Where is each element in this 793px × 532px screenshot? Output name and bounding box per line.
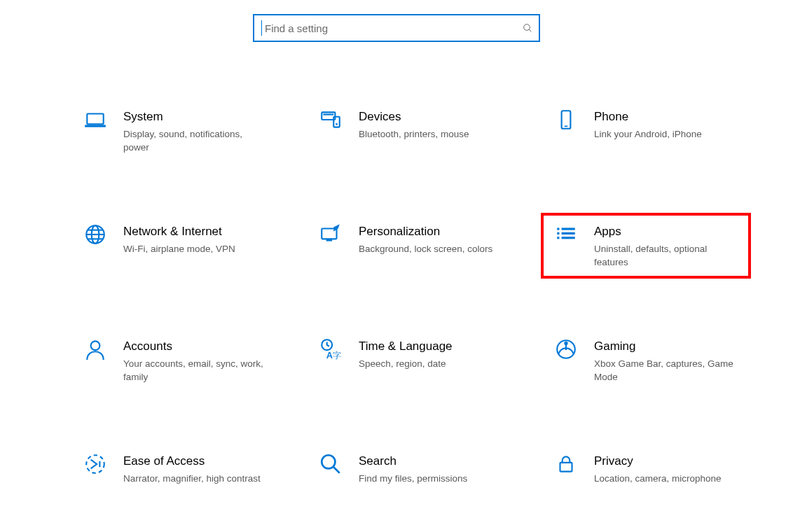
tile-description: Narrator, magnifier, high contrast: [123, 472, 261, 485]
person-icon: [78, 337, 112, 361]
settings-tile-phone[interactable]: PhoneLink your Android, iPhone: [541, 98, 751, 164]
settings-tile-privacy[interactable]: PrivacyLocation, camera, microphone: [541, 442, 751, 507]
search-icon: [522, 22, 533, 34]
settings-tile-search[interactable]: SearchFind my files, permissions: [305, 442, 516, 507]
tile-texts: Ease of AccessNarrator, magnifier, high …: [123, 452, 261, 485]
settings-tile-apps[interactable]: AppsUninstall, defaults, optional featur…: [541, 213, 751, 279]
tile-description: Location, camera, microphone: [594, 472, 722, 485]
settings-tile-time-language[interactable]: Time & LanguageSpeech, region, date: [305, 328, 516, 393]
settings-grid: SystemDisplay, sound, notifications, pow…: [70, 98, 751, 532]
tile-texts: Time & LanguageSpeech, region, date: [359, 337, 453, 370]
tile-description: Uninstall, defaults, optional features: [594, 242, 741, 269]
time-lang-icon: [314, 337, 347, 361]
tile-title: Accounts: [123, 339, 270, 354]
tile-title: Search: [359, 454, 467, 469]
tile-texts: AccountsYour accounts, email, sync, work…: [123, 337, 270, 384]
settings-tile-network[interactable]: Network & InternetWi-Fi, airplane mode, …: [70, 213, 280, 279]
tile-texts: SystemDisplay, sound, notifications, pow…: [123, 108, 270, 154]
svg-point-0: [524, 24, 530, 31]
tile-texts: PhoneLink your Android, iPhone: [594, 108, 702, 141]
personalize-icon: [314, 223, 347, 246]
tile-title: System: [123, 109, 270, 125]
tile-description: Background, lock screen, colors: [359, 242, 492, 255]
tile-texts: PersonalizationBackground, lock screen, …: [359, 223, 492, 255]
phone-icon: [549, 108, 583, 132]
tile-description: Bluetooth, printers, mouse: [359, 127, 469, 141]
tile-title: Phone: [594, 109, 702, 125]
tile-title: Personalization: [359, 224, 492, 239]
search-icon: [314, 452, 347, 476]
search-container: [0, 14, 793, 42]
tile-texts: DevicesBluetooth, printers, mouse: [359, 108, 469, 141]
tile-title: Apps: [594, 224, 741, 239]
tile-description: Your accounts, email, sync, work, family: [123, 357, 270, 384]
search-box[interactable]: [253, 14, 540, 42]
settings-tile-personalization[interactable]: PersonalizationBackground, lock screen, …: [305, 213, 516, 279]
text-caret: [261, 20, 262, 36]
apps-icon: [549, 223, 583, 246]
tile-texts: SearchFind my files, permissions: [359, 452, 467, 485]
tile-texts: PrivacyLocation, camera, microphone: [594, 452, 722, 485]
tile-title: Time & Language: [359, 339, 453, 354]
tile-title: Privacy: [594, 454, 722, 469]
tile-title: Devices: [359, 109, 469, 125]
settings-tile-ease-of-access[interactable]: Ease of AccessNarrator, magnifier, high …: [70, 442, 280, 507]
tile-description: Wi-Fi, airplane mode, VPN: [123, 242, 235, 255]
tile-texts: Network & InternetWi-Fi, airplane mode, …: [123, 223, 235, 255]
tile-title: Ease of Access: [123, 454, 261, 469]
tile-description: Display, sound, notifications, power: [123, 127, 270, 154]
lock-icon: [549, 452, 583, 476]
tile-description: Speech, region, date: [359, 357, 453, 370]
laptop-icon: [78, 108, 112, 132]
tile-title: Gaming: [594, 339, 741, 354]
settings-tile-gaming[interactable]: GamingXbox Game Bar, captures, Game Mode: [541, 328, 751, 393]
tile-texts: GamingXbox Game Bar, captures, Game Mode: [594, 337, 741, 384]
gaming-icon: [549, 337, 583, 361]
settings-tile-accounts[interactable]: AccountsYour accounts, email, sync, work…: [70, 328, 280, 393]
tile-description: Link your Android, iPhone: [594, 127, 702, 141]
search-input[interactable]: [263, 22, 522, 35]
tile-description: Xbox Game Bar, captures, Game Mode: [594, 357, 741, 384]
tile-texts: AppsUninstall, defaults, optional featur…: [594, 223, 741, 269]
tile-title: Network & Internet: [123, 224, 235, 239]
svg-line-1: [529, 29, 531, 31]
ease-icon: [78, 452, 112, 476]
tile-description: Find my files, permissions: [359, 472, 467, 485]
devices-icon: [314, 108, 347, 132]
globe-icon: [78, 223, 112, 246]
settings-tile-system[interactable]: SystemDisplay, sound, notifications, pow…: [70, 98, 280, 164]
settings-tile-devices[interactable]: DevicesBluetooth, printers, mouse: [305, 98, 516, 164]
